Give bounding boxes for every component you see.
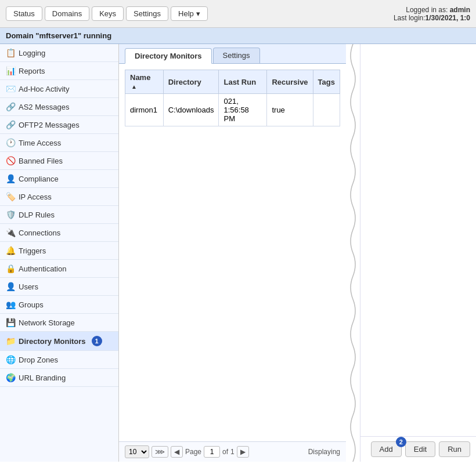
help-label: Help <box>178 9 194 18</box>
sidebar-label-groups: Groups <box>19 300 44 309</box>
total-pages: 1 <box>230 448 235 456</box>
col-last-run-label: Last Run <box>223 78 256 86</box>
col-name-label: Name <box>130 73 150 82</box>
domain-title: Domain "mftserver1" running <box>6 31 111 40</box>
page-input[interactable]: 1 <box>204 446 220 458</box>
table-container: Name ▲ Directory Last Run Recursive <box>119 64 346 441</box>
dlp-rules-icon: 🛡️ <box>6 210 15 219</box>
sidebar-item-triggers[interactable]: 🔔 Triggers <box>0 242 118 260</box>
cell-name: dirmon1 <box>125 94 164 126</box>
sidebar-label-drop-zones: Drop Zones <box>19 356 58 364</box>
nav-status[interactable]: Status <box>6 6 42 21</box>
sidebar-item-logging[interactable]: 📋 Logging <box>0 44 118 62</box>
content-area: Directory Monitors Settings Name ▲ <box>119 44 476 462</box>
banned-files-icon: 🚫 <box>6 156 15 165</box>
domain-header: Domain "mftserver1" running <box>0 28 476 44</box>
page-label: Page <box>185 448 201 456</box>
sidebar-label-triggers: Triggers <box>19 246 46 255</box>
cell-tags <box>313 94 340 126</box>
top-navigation: Status Domains Keys Settings Help ▾ Logg… <box>0 0 476 28</box>
col-header-recursive[interactable]: Recursive <box>267 70 313 94</box>
edit-button[interactable]: Edit <box>405 441 435 457</box>
logged-in-prefix: Logged in as: <box>406 6 449 14</box>
main-panel: Directory Monitors Settings Name ▲ <box>119 44 346 462</box>
directory-monitors-badge: 1 <box>92 336 102 346</box>
sidebar-label-network-storage: Network Storage <box>19 318 75 327</box>
nav-domains[interactable]: Domains <box>45 6 89 21</box>
sidebar-item-compliance[interactable]: 👤 Compliance <box>0 170 118 188</box>
sidebar-label-oftp2: OFTP2 Messages <box>19 121 80 129</box>
adhoc-icon: ✉️ <box>6 84 15 93</box>
sidebar-item-drop-zones[interactable]: 🌐 Drop Zones <box>0 351 118 369</box>
pagination-bar: 10 25 50 100 ⋙ ◀ Page 1 of 1 ▶ Displayin… <box>119 441 346 462</box>
displaying-text: Displaying <box>308 448 340 456</box>
sidebar-item-groups[interactable]: 👥 Groups <box>0 296 118 314</box>
main-layout: 📋 Logging 📊 Reports ✉️ Ad-Hoc Activity 🔗… <box>0 44 476 462</box>
sidebar-item-as2[interactable]: 🔗 AS2 Messages <box>0 98 118 116</box>
as2-icon: 🔗 <box>6 102 15 111</box>
sidebar-item-adhoc[interactable]: ✉️ Ad-Hoc Activity <box>0 80 118 98</box>
time-access-icon: 🕐 <box>6 138 15 147</box>
first-page-button[interactable]: ⋙ <box>152 446 168 458</box>
col-header-last-run[interactable]: Last Run <box>219 70 267 94</box>
triggers-icon: 🔔 <box>6 246 15 255</box>
wavy-divider <box>346 44 360 462</box>
sidebar-label-authentication: Authentication <box>19 264 66 273</box>
users-icon: 👤 <box>6 282 15 291</box>
col-directory-label: Directory <box>168 78 201 86</box>
ip-access-icon: 🏷️ <box>6 192 15 201</box>
url-branding-icon: 🌍 <box>6 373 15 382</box>
sidebar-label-adhoc: Ad-Hoc Activity <box>19 85 69 93</box>
login-info: Logged in as: admin Last login:1/30/2021… <box>394 6 470 22</box>
sidebar-item-network-storage[interactable]: 💾 Network Storage <box>0 314 118 332</box>
tab-settings[interactable]: Settings <box>213 48 260 63</box>
per-page-select[interactable]: 10 25 50 100 <box>125 445 149 458</box>
sidebar-item-url-branding[interactable]: 🌍 URL Branding <box>0 369 118 387</box>
run-button[interactable]: Run <box>439 441 470 457</box>
tab-directory-monitors[interactable]: Directory Monitors <box>125 48 212 64</box>
nav-help[interactable]: Help ▾ <box>171 6 208 21</box>
sidebar-label-dlp-rules: DLP Rules <box>19 211 55 219</box>
add-badge: 2 <box>396 437 406 447</box>
prev-page-button[interactable]: ◀ <box>171 446 183 458</box>
sidebar-item-users[interactable]: 👤 Users <box>0 278 118 296</box>
col-tags-label: Tags <box>318 78 335 86</box>
sidebar-label-reports: Reports <box>19 67 45 75</box>
directory-monitors-icon: 📁 <box>6 336 15 346</box>
sidebar-label-compliance: Compliance <box>19 175 59 183</box>
sidebar-item-authentication[interactable]: 🔒 Authentication <box>0 260 118 278</box>
tabs-bar: Directory Monitors Settings <box>119 44 346 64</box>
sidebar-item-reports[interactable]: 📊 Reports <box>0 62 118 80</box>
sidebar-item-connections[interactable]: 🔌 Connections <box>0 224 118 242</box>
sidebar-item-ip-access[interactable]: 🏷️ IP Access <box>0 188 118 206</box>
sidebar-item-dlp-rules[interactable]: 🛡️ DLP Rules <box>0 206 118 224</box>
sidebar-label-users: Users <box>19 282 38 291</box>
cell-recursive: true <box>267 94 313 126</box>
authentication-icon: 🔒 <box>6 264 15 273</box>
col-header-name[interactable]: Name ▲ <box>125 70 164 94</box>
tab-settings-label: Settings <box>223 51 250 60</box>
right-panel: Add 2 Edit Run <box>360 44 476 462</box>
nav-settings[interactable]: Settings <box>126 6 168 21</box>
sidebar: 📋 Logging 📊 Reports ✉️ Ad-Hoc Activity 🔗… <box>0 44 119 462</box>
sort-arrow-icon: ▲ <box>131 84 137 90</box>
network-storage-icon: 💾 <box>6 318 15 327</box>
nav-keys[interactable]: Keys <box>92 6 124 21</box>
compliance-icon: 👤 <box>6 174 15 183</box>
oftp2-icon: 🔗 <box>6 120 15 129</box>
username: admin <box>450 6 470 14</box>
cell-last-run: 021, 1:56:58 PM <box>219 94 267 126</box>
next-page-button[interactable]: ▶ <box>237 446 249 458</box>
sidebar-item-oftp2[interactable]: 🔗 OFTP2 Messages <box>0 116 118 134</box>
sidebar-label-as2: AS2 Messages <box>19 103 69 111</box>
sidebar-label-ip-access: IP Access <box>19 193 52 201</box>
col-header-tags[interactable]: Tags <box>313 70 340 94</box>
sidebar-item-banned-files[interactable]: 🚫 Banned Files <box>0 152 118 170</box>
sidebar-item-time-access[interactable]: 🕐 Time Access <box>0 134 118 152</box>
sidebar-item-directory-monitors[interactable]: 📁 Directory Monitors 1 <box>0 332 118 351</box>
sidebar-label-logging: Logging <box>19 49 45 57</box>
sidebar-label-url-branding: URL Branding <box>19 374 66 382</box>
table-row[interactable]: dirmon1 C:\downloads 021, 1:56:58 PM tru… <box>125 94 340 126</box>
sidebar-label-connections: Connections <box>19 229 60 237</box>
col-header-directory[interactable]: Directory <box>163 70 219 94</box>
